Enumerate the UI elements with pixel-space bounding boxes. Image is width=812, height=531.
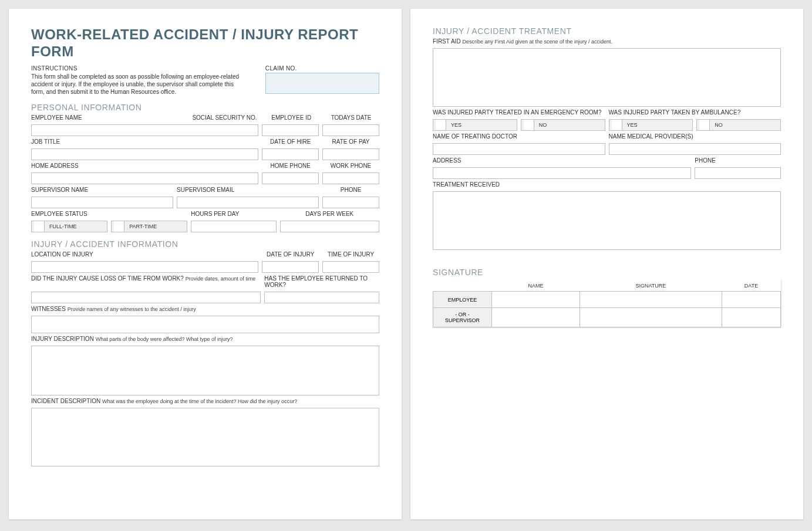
hours-per-day-label: HOURS PER DAY — [191, 211, 276, 217]
date-of-injury-field[interactable] — [262, 261, 319, 273]
employee-id-field[interactable] — [262, 124, 319, 136]
home-phone-field[interactable] — [262, 173, 319, 184]
medical-providers-field[interactable] — [609, 143, 781, 155]
treating-doctor-field[interactable] — [433, 143, 605, 155]
supervisor-phone-label: PHONE — [322, 187, 379, 193]
hours-per-day-field[interactable] — [191, 221, 276, 232]
treatment-phone-field[interactable] — [695, 167, 781, 179]
job-title-label: JOB TITLE — [31, 138, 258, 145]
ssn-label: SOCIAL SECURITY NO. — [190, 114, 260, 121]
rate-of-pay-field[interactable] — [322, 148, 379, 160]
sig-date-col: DATE — [722, 279, 781, 292]
days-per-week-field[interactable] — [280, 221, 379, 232]
time-of-injury-label: TIME OF INJURY — [322, 251, 379, 258]
supervisor-email-label: SUPERVISOR EMAIL — [177, 187, 319, 193]
ambulance-yes-checkbox[interactable]: YES — [609, 119, 693, 131]
work-phone-label: WORK PHONE — [322, 163, 379, 169]
home-address-field[interactable] — [31, 173, 258, 184]
returned-field[interactable] — [264, 292, 379, 303]
days-per-week-label: DAYS PER WEEK — [280, 211, 379, 217]
witnesses-label: WITNESSES Provide names of any witnesses… — [31, 306, 379, 312]
employee-name-field[interactable] — [31, 124, 258, 136]
todays-date-label: TODAYS DATE — [323, 114, 379, 121]
claim-no-field[interactable] — [265, 73, 379, 94]
supervisor-date-cell[interactable] — [722, 308, 781, 327]
location-of-injury-field[interactable] — [31, 261, 258, 273]
job-title-field[interactable] — [31, 148, 258, 160]
supervisor-signature-cell[interactable] — [579, 308, 722, 327]
employee-row-label: EMPLOYEE — [433, 292, 492, 308]
incident-description-field[interactable] — [31, 408, 379, 466]
supervisor-name-label: SUPERVISOR NAME — [31, 187, 173, 193]
treatment-heading: INJURY / ACCIDENT TREATMENT — [433, 26, 781, 36]
er-question-label: WAS INJURED PARTY TREATED IN AN EMERGENC… — [433, 109, 605, 116]
supervisor-name-cell[interactable] — [492, 308, 580, 327]
treating-doctor-label: NAME OF TREATING DOCTOR — [433, 133, 605, 140]
supervisor-phone-field[interactable] — [322, 197, 379, 208]
supervisor-email-field[interactable] — [177, 197, 319, 208]
signature-table: NAME SIGNATURE DATE EMPLOYEE - OR - SUPE… — [433, 279, 781, 327]
employee-signature-cell[interactable] — [579, 292, 722, 308]
personal-info-heading: PERSONAL INFORMATION — [31, 103, 379, 112]
home-address-label: HOME ADDRESS — [31, 163, 258, 169]
signature-heading: SIGNATURE — [433, 268, 781, 277]
claim-no-label: CLAIM NO. — [265, 65, 379, 72]
incident-description-label: INCIDENT DESCRIPTION What was the employ… — [31, 398, 379, 404]
employee-name-label: EMPLOYEE NAME — [31, 114, 186, 121]
first-aid-label: FIRST AID Describe any First Aid given a… — [433, 38, 781, 45]
treatment-address-label: ADDRESS — [433, 157, 691, 164]
supervisor-row-label: - OR - SUPERVISOR — [433, 308, 492, 327]
instructions-body: This form shall be completed as soon as … — [31, 73, 248, 96]
location-of-injury-label: LOCATION OF INJURY — [31, 251, 258, 258]
todays-date-field[interactable] — [322, 124, 379, 136]
witnesses-field[interactable] — [31, 316, 379, 333]
full-time-checkbox[interactable]: FULL-TIME — [31, 221, 107, 232]
treatment-phone-label: PHONE — [695, 157, 781, 164]
employee-id-label: EMPLOYEE ID — [263, 114, 319, 121]
loss-of-time-label: DID THE INJURY CAUSE LOSS OF TIME FROM W… — [31, 275, 261, 282]
instructions-label: INSTRUCTIONS — [31, 65, 248, 72]
page-right: INJURY / ACCIDENT TREATMENT FIRST AID De… — [410, 9, 803, 519]
date-of-hire-field[interactable] — [262, 148, 319, 160]
employee-name-cell[interactable] — [492, 292, 580, 308]
supervisor-name-field[interactable] — [31, 197, 173, 208]
medical-providers-label: NAME MEDICAL PROVIDER(S) — [609, 133, 781, 140]
sig-signature-col: SIGNATURE — [579, 279, 722, 292]
form-title: WORK-RELATED ACCIDENT / INJURY REPORT FO… — [31, 26, 379, 60]
ambulance-question-label: WAS INJURED PARTY TAKEN BY AMBULANCE? — [609, 109, 781, 116]
employee-date-cell[interactable] — [722, 292, 781, 308]
injury-description-field[interactable] — [31, 346, 379, 395]
returned-label: HAS THE EMPLOYEE RETURNED TO WORK? — [264, 275, 379, 288]
employee-status-label: EMPLOYEE STATUS — [31, 211, 187, 217]
first-aid-field[interactable] — [433, 48, 781, 107]
injury-description-label: INJURY DESCRIPTION What parts of the bod… — [31, 336, 379, 342]
rate-of-pay-label: RATE OF PAY — [322, 138, 379, 145]
home-phone-label: HOME PHONE — [262, 163, 319, 169]
part-time-checkbox[interactable]: PART-TIME — [111, 221, 187, 232]
time-of-injury-field[interactable] — [322, 261, 379, 273]
er-no-checkbox[interactable]: NO — [521, 119, 605, 131]
treatment-received-field[interactable] — [433, 191, 781, 250]
injury-info-heading: INJURY / ACCIDENT INFORMATION — [31, 239, 379, 249]
treatment-address-field[interactable] — [433, 167, 691, 179]
date-of-hire-label: DATE OF HIRE — [262, 138, 319, 145]
sig-name-col: NAME — [492, 279, 580, 292]
ambulance-no-checkbox[interactable]: NO — [696, 119, 781, 131]
loss-of-time-field[interactable] — [31, 292, 261, 303]
work-phone-field[interactable] — [322, 173, 379, 184]
page-left: WORK-RELATED ACCIDENT / INJURY REPORT FO… — [9, 9, 402, 519]
er-yes-checkbox[interactable]: YES — [433, 119, 517, 131]
date-of-injury-label: DATE OF INJURY — [262, 251, 319, 258]
treatment-received-label: TREATMENT RECEIVED — [433, 181, 781, 188]
